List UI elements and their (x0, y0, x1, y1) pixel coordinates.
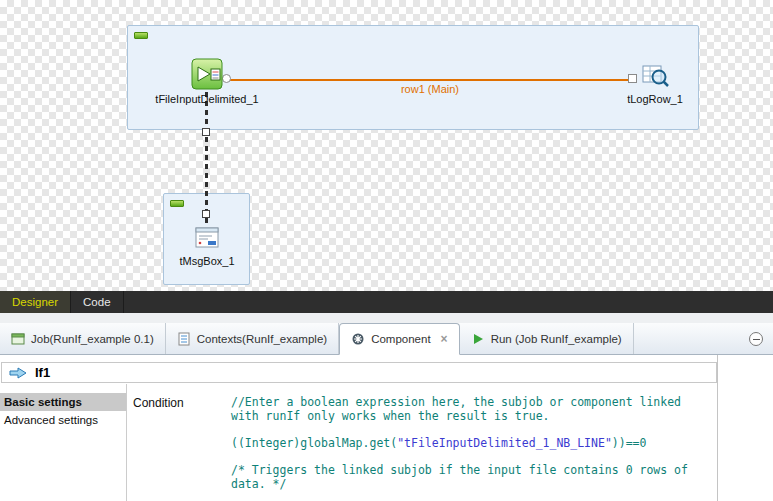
settings-nav: Basic settings Advanced settings (0, 393, 126, 429)
trigger-anchor[interactable] (202, 128, 210, 136)
expr-pre: ((Integer)globalMap.get( (231, 436, 397, 450)
row1-connection-line[interactable] (230, 79, 628, 81)
contexts-icon (177, 332, 191, 346)
component-label: tLogRow_1 (627, 93, 683, 105)
condition-expression-editor[interactable]: //Enter a boolean expression here, the s… (231, 395, 701, 501)
nav-basic-settings[interactable]: Basic settings (0, 393, 126, 411)
panel-right-border (717, 355, 718, 501)
component-settings-panel: If1 Basic settings Advanced settings Con… (0, 355, 773, 501)
editor-mode-bar: Designer Code (0, 291, 773, 313)
close-tab-icon[interactable]: × (441, 333, 448, 345)
nav-advanced-settings[interactable]: Advanced settings (0, 411, 126, 429)
expr-post: ))==0 (612, 436, 647, 450)
expr-string-literal: "tFileInputDelimited_1_NB_LINE" (397, 436, 612, 450)
trigger-anchor[interactable] (202, 210, 210, 218)
component-tmsgbox[interactable]: tMsgBox_1 (152, 224, 262, 267)
subjob-collapse-indicator[interactable] (134, 32, 148, 39)
runif-trigger-line[interactable] (205, 92, 208, 226)
view-tabs-bar: Job(RunIf_example 0.1) Contexts(RunIf_ex… (0, 323, 773, 355)
separator-strip (0, 313, 773, 323)
tab-label: Job(RunIf_example 0.1) (31, 333, 154, 345)
tab-designer[interactable]: Designer (0, 291, 71, 313)
code-comment: //Enter a boolean expression here, the s… (231, 395, 701, 423)
tlogrow-icon (641, 62, 669, 90)
minus-icon (753, 339, 760, 340)
component-label: tFileInputDelimited_1 (155, 93, 258, 105)
component-tfileinputdelimited[interactable]: tFileInputDelimited_1 (152, 58, 262, 105)
connection-label[interactable]: row1 (Main) (330, 83, 530, 95)
tab-label: Component (371, 333, 430, 345)
if-arrow-icon (8, 366, 28, 380)
tab-contexts[interactable]: Contexts(RunIf_example) (166, 323, 339, 354)
talend-window: row1 (Main) tFileInputDelimited_1 (0, 0, 773, 501)
component-icon (351, 332, 365, 346)
nav-divider (126, 384, 127, 501)
tab-code[interactable]: Code (71, 291, 124, 313)
design-canvas[interactable]: row1 (Main) tFileInputDelimited_1 (0, 0, 773, 291)
condition-label: Condition (133, 396, 184, 410)
run-icon (471, 332, 485, 346)
tab-job[interactable]: Job(RunIf_example 0.1) (0, 323, 166, 354)
component-title: If1 (35, 365, 50, 380)
code-comment: /* Triggers the linked subjob if the inp… (231, 463, 701, 491)
component-title-bar: If1 (1, 362, 717, 383)
component-tlogrow[interactable]: tLogRow_1 (600, 62, 710, 105)
tab-run[interactable]: Run (Job RunIf_example) (460, 323, 634, 354)
tmsgbox-icon (193, 224, 221, 252)
minimize-panel-button[interactable] (749, 332, 763, 346)
tfileinputdelimited-icon (191, 58, 223, 90)
tab-label: Contexts(RunIf_example) (197, 333, 327, 345)
tab-label: Run (Job RunIf_example) (491, 333, 622, 345)
code-expression: ((Integer)globalMap.get("tFileInputDelim… (231, 436, 701, 450)
tab-component[interactable]: Component × (339, 323, 459, 355)
subjob-collapse-indicator[interactable] (170, 200, 184, 207)
job-icon (11, 332, 25, 346)
component-label: tMsgBox_1 (179, 255, 234, 267)
